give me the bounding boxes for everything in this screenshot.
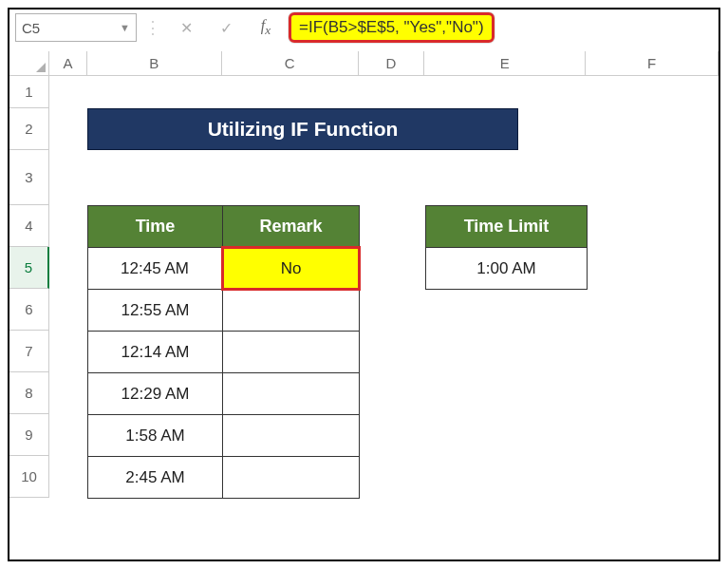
dropdown-icon: ▼ xyxy=(120,22,130,33)
spreadsheet-grid: A B C D E F 1 2 3 4 5 6 7 8 9 10 Utilizi… xyxy=(9,51,719,498)
cell-c6[interactable] xyxy=(223,290,360,332)
table-row: 12:45 AM No xyxy=(88,248,360,290)
main-table: Time Remark 12:45 AM No 12:55 AM 12:14 A… xyxy=(87,205,361,499)
table-row: 1:58 AM xyxy=(88,415,360,457)
row-header-8[interactable]: 8 xyxy=(9,372,49,414)
row-header-2[interactable]: 2 xyxy=(9,108,49,150)
cell-b8[interactable]: 12:29 AM xyxy=(88,373,223,415)
fx-icon: fx xyxy=(261,17,271,38)
header-remark: Remark xyxy=(223,206,360,248)
column-headers: A B C D E F xyxy=(9,51,719,76)
cell-c5-selected[interactable]: No xyxy=(223,248,360,290)
separator-icon: ⋮ xyxy=(144,17,161,38)
cell-c9[interactable] xyxy=(223,415,360,457)
x-icon: ✕ xyxy=(180,19,193,37)
merged-title-cell: Utilizing IF Function xyxy=(87,108,518,150)
col-header-e[interactable]: E xyxy=(424,51,586,75)
row-header-1[interactable]: 1 xyxy=(9,76,49,108)
col-header-c[interactable]: C xyxy=(222,51,359,75)
cell-c7[interactable] xyxy=(223,332,360,373)
check-icon: ✓ xyxy=(220,19,233,37)
row-headers: 1 2 3 4 5 6 7 8 9 10 xyxy=(9,76,49,498)
cell-b5[interactable]: 12:45 AM xyxy=(88,248,223,290)
rows-container: 1 2 3 4 5 6 7 8 9 10 Utilizing IF Functi… xyxy=(9,76,719,498)
table-row: 2:45 AM xyxy=(88,457,360,499)
select-all-button[interactable] xyxy=(9,51,49,75)
cells-area[interactable]: Utilizing IF Function Time Remark 12:45 … xyxy=(49,76,719,498)
col-header-d[interactable]: D xyxy=(359,51,425,75)
row-header-9[interactable]: 9 xyxy=(9,414,49,456)
col-header-b[interactable]: B xyxy=(87,51,222,75)
col-header-a[interactable]: A xyxy=(49,51,87,75)
cell-e5[interactable]: 1:00 AM xyxy=(426,248,588,290)
cell-c10[interactable] xyxy=(223,457,360,499)
row-header-4[interactable]: 4 xyxy=(9,205,49,247)
row-header-10[interactable]: 10 xyxy=(9,456,49,498)
app-frame: C5 ▼ ⋮ ✕ ✓ fx =IF(B5>$E$5, "Yes","No") A… xyxy=(8,8,720,561)
table-row: 12:55 AM xyxy=(88,290,360,332)
col-header-f[interactable]: F xyxy=(586,51,719,75)
cell-b10[interactable]: 2:45 AM xyxy=(88,457,223,499)
header-time-limit: Time Limit xyxy=(426,206,588,248)
header-time: Time xyxy=(88,206,223,248)
row-header-7[interactable]: 7 xyxy=(9,331,49,372)
fx-button[interactable]: fx xyxy=(249,13,283,42)
cell-b7[interactable]: 12:14 AM xyxy=(88,332,223,373)
formula-bar: C5 ▼ ⋮ ✕ ✓ fx =IF(B5>$E$5, "Yes","No") xyxy=(9,9,719,46)
name-box[interactable]: C5 ▼ xyxy=(15,13,137,42)
cell-b6[interactable]: 12:55 AM xyxy=(88,290,223,332)
formula-input[interactable]: =IF(B5>$E$5, "Yes","No") xyxy=(289,12,495,43)
time-limit-table: Time Limit 1:00 AM xyxy=(425,205,588,290)
row-header-5[interactable]: 5 xyxy=(9,247,49,289)
row-header-6[interactable]: 6 xyxy=(9,289,49,331)
confirm-button[interactable]: ✓ xyxy=(209,13,243,42)
cell-c8[interactable] xyxy=(223,373,360,415)
table-header-row: Time Remark xyxy=(88,206,360,248)
table-row: 1:00 AM xyxy=(426,248,588,290)
table-row: 12:29 AM xyxy=(88,373,360,415)
row-header-3[interactable]: 3 xyxy=(9,150,49,205)
name-box-value: C5 xyxy=(22,20,40,36)
cell-b9[interactable]: 1:58 AM xyxy=(88,415,223,457)
cancel-button[interactable]: ✕ xyxy=(169,13,203,42)
table-row: 12:14 AM xyxy=(88,332,360,373)
table-header-row: Time Limit xyxy=(426,206,588,248)
